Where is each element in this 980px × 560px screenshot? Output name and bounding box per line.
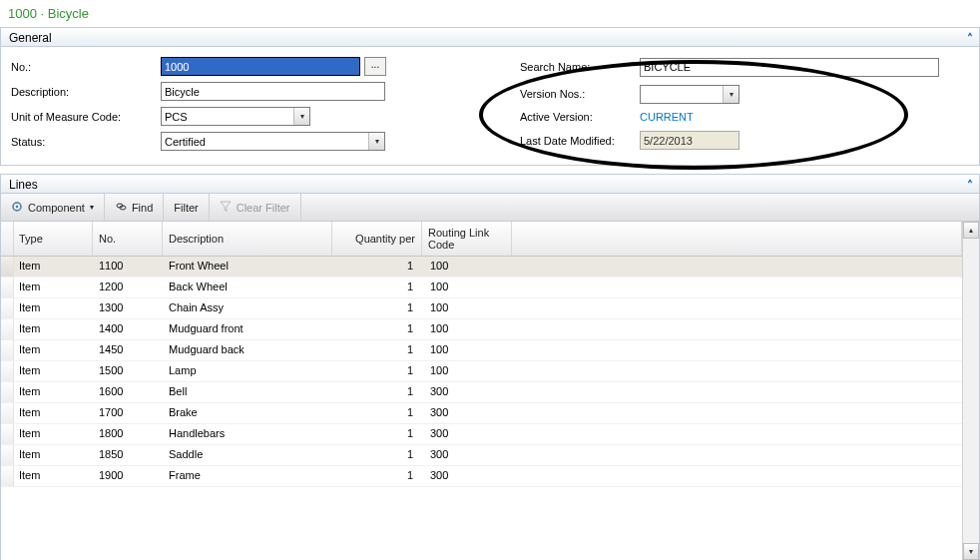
cell-no[interactable]: 1200	[93, 278, 163, 297]
cell-description[interactable]: Frame	[163, 466, 332, 486]
cell-routing-link-code[interactable]: 100	[422, 361, 512, 381]
cell-description[interactable]: Mudguard front	[163, 319, 332, 339]
find-label: Find	[132, 202, 153, 214]
cell-no[interactable]: 1300	[93, 298, 163, 318]
grid-header: Type No. Description Quantity per Routin…	[1, 222, 962, 257]
col-quantity-per[interactable]: Quantity per	[332, 222, 422, 256]
cell-no[interactable]: 1100	[93, 257, 163, 277]
table-row[interactable]: Item1700Brake1300	[1, 403, 962, 424]
cell-quantity-per[interactable]: 1	[332, 278, 422, 297]
table-row[interactable]: Item1500Lamp1100	[1, 361, 962, 382]
cell-description[interactable]: Handlebars	[163, 424, 332, 444]
no-lookup-button[interactable]: ...	[364, 57, 386, 76]
cell-description[interactable]: Lamp	[163, 361, 332, 381]
cell-routing-link-code[interactable]: 100	[422, 298, 512, 318]
table-row[interactable]: Item1600Bell1300	[1, 382, 962, 403]
cell-type[interactable]: Item	[13, 382, 93, 402]
col-no[interactable]: No.	[93, 222, 163, 256]
cell-description[interactable]: Brake	[163, 403, 332, 423]
cell-routing-link-code[interactable]: 100	[422, 319, 512, 339]
cell-quantity-per[interactable]: 1	[332, 298, 422, 318]
lines-header-label: Lines	[9, 178, 38, 192]
table-row[interactable]: Item1450Mudguard back1100	[1, 340, 962, 361]
cell-type[interactable]: Item	[13, 278, 93, 297]
cell-quantity-per[interactable]: 1	[332, 466, 422, 486]
chevron-down-icon: ▾	[368, 133, 384, 150]
cell-routing-link-code[interactable]: 300	[422, 445, 512, 465]
component-button[interactable]: Component ▾	[1, 194, 105, 221]
cell-routing-link-code[interactable]: 300	[422, 466, 512, 486]
cell-no[interactable]: 1450	[93, 340, 163, 360]
cell-quantity-per[interactable]: 1	[332, 319, 422, 339]
cell-routing-link-code[interactable]: 300	[422, 403, 512, 423]
uom-dropdown[interactable]: PCS ▾	[161, 107, 310, 126]
search-name-label: Search Name:	[520, 61, 640, 73]
cell-no[interactable]: 1400	[93, 319, 163, 339]
table-row[interactable]: Item1900Frame1300	[1, 466, 962, 487]
cell-description[interactable]: Mudguard back	[163, 340, 332, 360]
cell-quantity-per[interactable]: 1	[332, 403, 422, 423]
cell-routing-link-code[interactable]: 300	[422, 424, 512, 444]
status-dropdown[interactable]: Certified ▾	[161, 132, 385, 151]
cell-quantity-per[interactable]: 1	[332, 424, 422, 444]
chevron-down-icon: ▾	[90, 203, 94, 212]
cell-routing-link-code[interactable]: 100	[422, 257, 512, 277]
table-row[interactable]: Item1400Mudguard front1100	[1, 319, 962, 340]
cell-no[interactable]: 1850	[93, 445, 163, 465]
cell-spacer	[512, 403, 962, 423]
table-row[interactable]: Item1200Back Wheel1100	[1, 278, 962, 298]
version-nos-dropdown[interactable]: ▾	[640, 85, 739, 104]
no-field[interactable]	[161, 57, 360, 76]
cell-no[interactable]: 1700	[93, 403, 163, 423]
col-routing-link-code[interactable]: Routing Link Code	[422, 222, 512, 256]
table-row[interactable]: Item1850Saddle1300	[1, 445, 962, 466]
cell-spacer	[512, 382, 962, 402]
cell-quantity-per[interactable]: 1	[332, 382, 422, 402]
find-button[interactable]: Find	[105, 194, 164, 221]
cell-no[interactable]: 1500	[93, 361, 163, 381]
cell-type[interactable]: Item	[13, 319, 93, 339]
col-type[interactable]: Type	[13, 222, 93, 256]
lines-header[interactable]: Lines ˄	[0, 174, 980, 194]
cell-description[interactable]: Chain Assy	[163, 298, 332, 318]
cell-no[interactable]: 1800	[93, 424, 163, 444]
clear-filter-label: Clear Filter	[237, 202, 290, 214]
chevron-up-icon[interactable]: ˄	[967, 178, 973, 194]
cell-type[interactable]: Item	[13, 340, 93, 360]
active-version-link[interactable]: CURRENT	[640, 111, 939, 123]
cell-routing-link-code[interactable]: 100	[422, 340, 512, 360]
cell-type[interactable]: Item	[13, 361, 93, 381]
cell-type[interactable]: Item	[13, 403, 93, 423]
cell-description[interactable]: Front Wheel	[163, 257, 332, 277]
cell-description[interactable]: Bell	[163, 382, 332, 402]
table-row[interactable]: Item1800Handlebars1300	[1, 424, 962, 445]
cell-quantity-per[interactable]: 1	[332, 340, 422, 360]
general-header[interactable]: General ˄	[0, 27, 980, 47]
search-name-field[interactable]	[640, 58, 939, 77]
scroll-down-icon[interactable]: ▾	[963, 543, 979, 560]
cell-no[interactable]: 1600	[93, 382, 163, 402]
cell-no[interactable]: 1900	[93, 466, 163, 486]
cell-quantity-per[interactable]: 1	[332, 445, 422, 465]
description-field[interactable]	[161, 82, 385, 101]
cell-type[interactable]: Item	[13, 257, 93, 277]
vertical-scrollbar[interactable]: ▴ ▾	[962, 222, 979, 560]
table-row[interactable]: Item1100Front Wheel1100	[1, 257, 962, 278]
cell-type[interactable]: Item	[13, 298, 93, 318]
uom-label: Unit of Measure Code:	[11, 111, 161, 123]
chevron-up-icon[interactable]: ˄	[967, 31, 973, 47]
cell-routing-link-code[interactable]: 300	[422, 382, 512, 402]
col-description[interactable]: Description	[163, 222, 332, 256]
scroll-up-icon[interactable]: ▴	[963, 222, 979, 239]
table-row[interactable]: Item1300Chain Assy1100	[1, 298, 962, 319]
cell-type[interactable]: Item	[13, 466, 93, 486]
no-label: No.:	[11, 61, 161, 73]
cell-description[interactable]: Saddle	[163, 445, 332, 465]
cell-description[interactable]: Back Wheel	[163, 278, 332, 297]
cell-quantity-per[interactable]: 1	[332, 257, 422, 277]
cell-type[interactable]: Item	[13, 445, 93, 465]
cell-quantity-per[interactable]: 1	[332, 361, 422, 381]
filter-button[interactable]: Filter	[164, 194, 209, 221]
cell-type[interactable]: Item	[13, 424, 93, 444]
cell-routing-link-code[interactable]: 100	[422, 278, 512, 297]
